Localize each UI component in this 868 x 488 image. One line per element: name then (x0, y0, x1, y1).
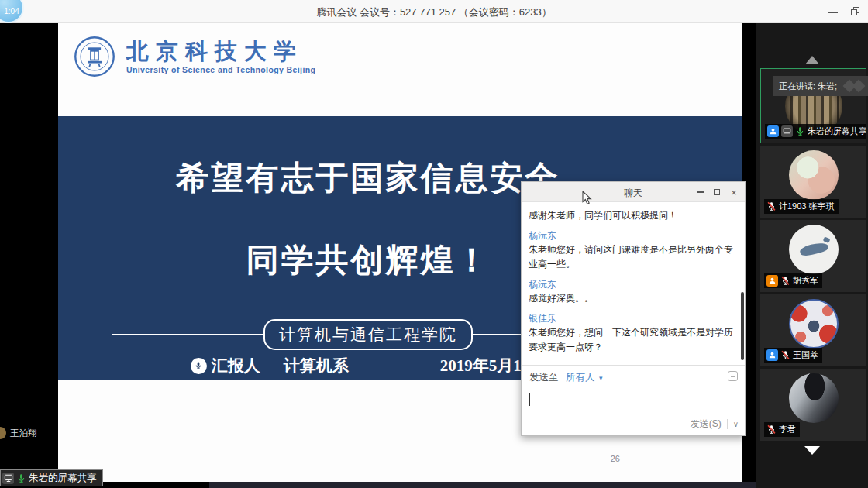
department-name: 计算机与通信工程学院 (264, 319, 473, 350)
participant-avatar (0, 427, 6, 439)
scroll-up-icon[interactable] (805, 56, 819, 64)
chat-input[interactable] (522, 389, 745, 415)
member-icon (767, 125, 779, 137)
restore-button[interactable] (843, 0, 866, 23)
minimize-button[interactable] (822, 0, 845, 23)
speaking-indicator: 正在讲话: 朱岩; (773, 76, 868, 96)
participant-name: 王泊翔 (10, 428, 37, 439)
chat-maximize-button[interactable] (709, 182, 725, 202)
screen-share-banner: 朱岩的屏幕共享 (0, 469, 103, 486)
send-to-caret-icon[interactable]: ▾ (599, 374, 603, 382)
titlebar: 腾讯会议 会议号：527 771 257 （会议密码：6233） (0, 0, 868, 23)
watermark-logo-icon (852, 80, 866, 93)
chat-message: 朱老师您好，请问这门课难度是不是比另外两个专业高一些。 (529, 242, 738, 272)
chat-sender-name: 杨沅东 (529, 278, 738, 291)
university-seal-icon (74, 36, 115, 77)
chat-message: 朱老师您好，想问一下这个研究领域是不是对学历要求更高一点呀？ (529, 325, 738, 355)
avatar (789, 299, 839, 349)
university-logo: 北京科技大学 University of Science and Technol… (74, 36, 315, 77)
meeting-title: 腾讯会议 会议号：527 771 257 （会议密码：6233） (0, 5, 868, 19)
chat-sender-name: 杨沅东 (529, 229, 738, 242)
video-tile-wangguocui[interactable]: 王国萃 (760, 294, 866, 366)
scroll-down-icon[interactable] (804, 446, 820, 455)
chat-footer: 发送至 所有人 ▾ 发送(S) ∨ (522, 365, 745, 435)
avatar (789, 373, 839, 423)
university-name-en: University of Science and Technology Bei… (126, 65, 315, 74)
tile-label: 李君 (764, 422, 800, 437)
tile-label: 王国萃 (764, 348, 822, 363)
screen-share-icon (2, 473, 14, 484)
member-icon (766, 349, 778, 361)
chat-popout-icon[interactable] (728, 371, 738, 381)
participant-name: 朱岩的屏幕共享 (808, 125, 866, 137)
mouse-cursor (582, 191, 592, 205)
presenter-dept: 计算机系 (284, 355, 349, 376)
participant-name: 计1903 张宇琪 (779, 201, 835, 212)
participants-sidebar: 朱岩的屏幕共享 正在讲话: 朱岩; 计1903 张宇琪 (756, 23, 868, 488)
tile-label: 计1903 张宇琪 (764, 199, 839, 214)
video-tile-zhangyuqi[interactable]: 计1903 张宇琪 (760, 146, 866, 218)
member-icon (766, 275, 778, 287)
send-button[interactable]: 发送(S) (691, 418, 722, 431)
video-tile-huxiujun[interactable]: 胡秀军 (760, 220, 866, 292)
text-caret (529, 393, 530, 406)
avatar (789, 225, 839, 274)
mic-muted-icon (780, 350, 790, 360)
screen-share-icon (781, 125, 793, 137)
mic-on-icon (16, 473, 26, 483)
send-to-row: 发送至 所有人 ▾ (522, 366, 745, 384)
tile-label: 朱岩的屏幕共享 (765, 124, 866, 139)
chat-message: 感觉好深奥。。 (529, 291, 738, 306)
chat-close-button[interactable]: × (726, 182, 742, 202)
participant-name: 胡秀军 (793, 275, 818, 287)
chat-minimize-button[interactable] (692, 182, 708, 202)
shared-screen-taskbar-sliver (209, 482, 756, 488)
mic-on-icon (795, 126, 805, 136)
mic-muted-icon (766, 201, 777, 211)
presenter-mic-icon (191, 358, 207, 374)
meeting-timer: 1:04 (4, 7, 19, 15)
send-to-selector[interactable]: 所有人 (566, 372, 595, 383)
presenter-label: 汇报人 (212, 355, 260, 376)
whale-avatar-图形 (798, 241, 828, 258)
chat-window: 聊天 × 感谢朱老师，同学们可以积极提问！ 杨沅东 朱老师您好，请问这门课难度是… (521, 181, 746, 436)
participant-name: 李君 (779, 424, 796, 435)
mic-muted-icon (780, 276, 790, 286)
chat-sender-name: 银佳乐 (529, 312, 738, 325)
chat-message: 感谢朱老师，同学们可以积极提问！ (529, 208, 738, 223)
tile-label: 胡秀军 (764, 273, 822, 288)
chat-message-list: 感谢朱老师，同学们可以积极提问！ 杨沅东 朱老师您好，请问这门课难度是不是比另外… (522, 202, 745, 366)
screen-share-banner-text: 朱岩的屏幕共享 (29, 472, 97, 485)
university-name-cn: 北京科技大学 (126, 40, 315, 63)
participant-overlay-wangboxiang: 王泊翔 (0, 427, 37, 439)
mic-muted-icon (766, 424, 777, 435)
video-tile-lijun[interactable]: 李君 (760, 369, 866, 441)
chat-scrollbar[interactable] (741, 292, 744, 360)
speaking-indicator-text: 正在讲话: 朱岩; (779, 81, 837, 92)
meeting-window: 腾讯会议 会议号：527 771 257 （会议密码：6233） 1:04 北京… (0, 0, 868, 488)
avatar (789, 150, 839, 200)
chat-header[interactable]: 聊天 × (522, 182, 745, 202)
send-row: 发送(S) ∨ (691, 418, 739, 431)
slide-page-number: 26 (611, 454, 620, 463)
send-options-caret-icon[interactable]: ∨ (733, 420, 739, 428)
send-to-label: 发送至 (529, 372, 559, 383)
participant-name: 王国萃 (793, 349, 818, 361)
